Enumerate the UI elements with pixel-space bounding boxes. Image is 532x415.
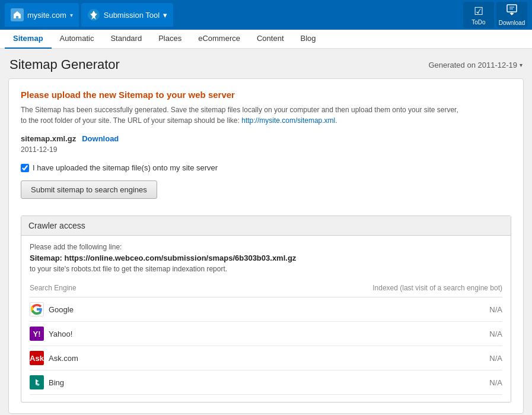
- tab-places[interactable]: Places: [150, 30, 190, 49]
- crawler-url-line: Sitemap: https://online.webceo.com/submi…: [30, 254, 502, 262]
- file-date: 2011-12-19: [21, 145, 511, 154]
- todo-label: ToDo: [472, 19, 485, 26]
- upload-checkbox-row: I have uploaded the sitemap file(s) onto…: [21, 163, 511, 172]
- file-name: sitemap.xml.gz: [21, 134, 76, 143]
- site-dropdown-arrow: ▾: [70, 12, 73, 18]
- file-download-link[interactable]: Download: [82, 134, 119, 143]
- page-title: Sitemap Generator: [9, 57, 120, 72]
- page-header: Sitemap Generator Generated on 2011-12-1…: [0, 49, 532, 78]
- alert-text-1: The Sitemap has been successfully genera…: [21, 106, 458, 114]
- bing-name: Bing: [49, 378, 64, 387]
- yahoo-icon: Y!: [30, 327, 44, 341]
- main-content: Please upload the new Sitemap to your we…: [8, 78, 524, 414]
- submit-sitemap-button[interactable]: Submit sitemap to search engines: [21, 180, 157, 199]
- crawler-suffix: to your site's robots.txt file to get th…: [30, 265, 502, 273]
- alert-text-2: to the root folder of your site. The URL…: [21, 116, 240, 125]
- tab-ecommerce[interactable]: eCommerce: [190, 30, 249, 49]
- file-row: sitemap.xml.gz Download: [21, 134, 511, 143]
- yahoo-value: N/A: [489, 330, 502, 338]
- bing-value: N/A: [489, 378, 502, 387]
- site-tab[interactable]: mysite.com ▾: [5, 3, 79, 27]
- tab-blog[interactable]: Blog: [292, 30, 324, 49]
- se-header-engine: Search Engine: [30, 284, 77, 292]
- top-bar: mysite.com ▾ Submission Tool ▾ ☑ ToDo: [0, 0, 532, 30]
- alert-title: Please upload the new Sitemap to your we…: [21, 90, 511, 100]
- home-icon: [11, 8, 24, 21]
- se-left-yahoo: Y! Yahoo!: [30, 327, 72, 341]
- se-row-yahoo: Y! Yahoo! N/A: [30, 322, 502, 346]
- svg-rect-1: [507, 5, 517, 12]
- crawler-body: Please add the following line: Sitemap: …: [21, 236, 511, 402]
- todo-icon: ☑: [474, 5, 483, 18]
- crawler-instruction: Please add the following line:: [30, 243, 502, 251]
- tab-standard[interactable]: Standard: [102, 30, 150, 49]
- download-label: Download: [499, 20, 525, 26]
- tool-icon: [87, 8, 100, 21]
- tab-sitemap[interactable]: Sitemap: [5, 30, 52, 49]
- se-left-ask: Ask Ask.com: [30, 351, 78, 365]
- se-table-header: Search Engine Indexed (last visit of a s…: [30, 281, 502, 297]
- crawler-section: Crawler access Please add the following …: [21, 216, 511, 403]
- se-left-bing: Bing: [30, 375, 64, 389]
- google-value: N/A: [489, 305, 502, 314]
- se-row-bing: Bing N/A: [30, 370, 502, 395]
- top-bar-right: ☑ ToDo Download: [463, 2, 527, 28]
- se-left-google: Google: [30, 302, 74, 316]
- todo-button[interactable]: ☑ ToDo: [463, 2, 494, 28]
- se-row-google: Google N/A: [30, 297, 502, 322]
- se-row-ask: Ask Ask.com N/A: [30, 346, 502, 370]
- tool-tab[interactable]: Submission Tool ▾: [81, 3, 173, 27]
- tab-content[interactable]: Content: [249, 30, 292, 49]
- alert-text: The Sitemap has been successfully genera…: [21, 104, 511, 126]
- upload-label-text: I have uploaded the sitemap file(s) onto…: [33, 163, 218, 172]
- tab-automatic[interactable]: Automatic: [52, 30, 103, 49]
- top-bar-left: mysite.com ▾ Submission Tool ▾: [5, 3, 173, 27]
- yahoo-name: Yahoo!: [49, 330, 72, 338]
- site-tab-label: mysite.com: [27, 11, 66, 20]
- tool-tab-label: Submission Tool: [104, 11, 160, 20]
- google-icon: [30, 302, 44, 316]
- upload-checkbox-label: I have uploaded the sitemap file(s) onto…: [33, 163, 218, 172]
- se-header-indexed: Indexed (last visit of a search engine b…: [372, 284, 502, 292]
- ask-name: Ask.com: [49, 354, 78, 363]
- download-icon: [506, 4, 518, 18]
- generated-arrow: ▾: [520, 62, 523, 68]
- alert-link[interactable]: http://mysite.com/sitemap.xml.: [241, 116, 337, 125]
- generated-text: Generated on 2011-12-19: [428, 61, 517, 69]
- crawler-header: Crawler access: [21, 216, 511, 236]
- upload-checkbox[interactable]: [21, 164, 29, 172]
- download-button[interactable]: Download: [496, 2, 527, 28]
- google-name: Google: [49, 305, 74, 314]
- generated-info[interactable]: Generated on 2011-12-19 ▾: [428, 61, 523, 69]
- tool-dropdown-arrow: ▾: [163, 11, 167, 20]
- ask-value: N/A: [489, 354, 502, 363]
- secondary-nav: Sitemap Automatic Standard Places eComme…: [0, 30, 532, 49]
- bing-icon: [30, 375, 44, 389]
- ask-icon: Ask: [30, 351, 44, 365]
